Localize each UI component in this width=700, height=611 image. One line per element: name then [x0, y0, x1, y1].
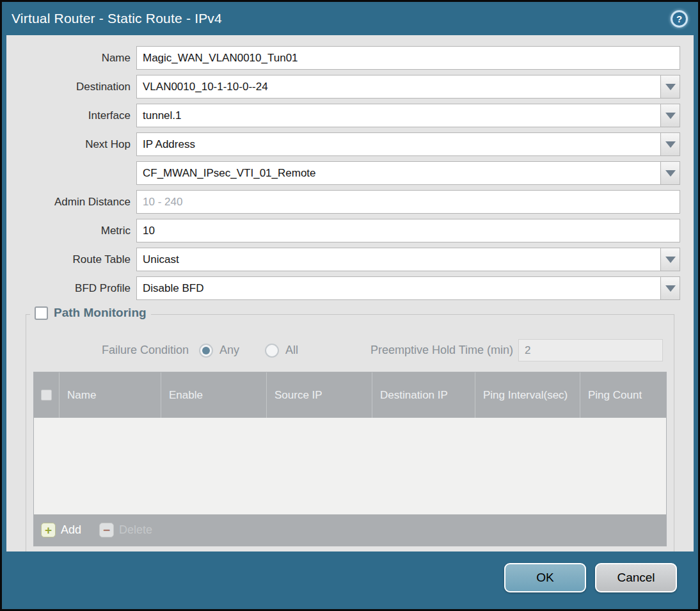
delete-button[interactable]: − Delete	[99, 523, 152, 537]
column-header-ping-interval[interactable]: Ping Interval(sec)	[475, 372, 580, 418]
add-button[interactable]: + Add	[41, 523, 81, 537]
name-input[interactable]	[136, 46, 680, 70]
table-toolbar: + Add − Delete	[34, 514, 666, 546]
form-row-destination: Destination	[6, 75, 680, 99]
failure-condition-any-radio[interactable]	[199, 344, 213, 358]
form-row-interface: Interface	[6, 104, 680, 127]
table-header-row: Name Enable Source IP Destination IP Pin…	[34, 372, 666, 418]
form-row-route-table: Route Table	[6, 248, 680, 271]
help-icon[interactable]: ?	[671, 10, 688, 28]
bfd-profile-dropdown-trigger[interactable]	[660, 276, 680, 300]
minus-icon: −	[99, 523, 114, 537]
dialog-footer: OK Cancel	[2, 551, 698, 609]
path-monitoring-section: Path Monitoring Failure Condition Any Al…	[26, 314, 674, 551]
table-header-select	[34, 372, 60, 418]
select-all-checkbox[interactable]	[41, 390, 52, 401]
chevron-down-icon	[665, 84, 676, 90]
next-hop-dropdown-trigger[interactable]	[660, 132, 680, 156]
route-table-dropdown-trigger[interactable]	[660, 248, 680, 271]
static-route-dialog: Virtual Router - Static Route - IPv4 ? N…	[0, 0, 700, 611]
failure-condition-any-label: Any	[219, 344, 239, 357]
table-body-empty	[34, 418, 666, 514]
column-header-name[interactable]: Name	[60, 372, 161, 418]
form-row-metric: Metric	[6, 219, 680, 242]
destination-dropdown-trigger[interactable]	[660, 75, 680, 99]
interface-dropdown-trigger[interactable]	[660, 104, 680, 127]
dialog-titlebar: Virtual Router - Static Route - IPv4 ?	[2, 2, 698, 35]
form-row-next-hop: Next Hop	[6, 132, 680, 156]
failure-condition-all-radio[interactable]	[265, 344, 279, 358]
chevron-down-icon	[665, 257, 676, 263]
next-hop-address-input[interactable]	[136, 161, 661, 185]
next-hop-type-input[interactable]	[136, 132, 661, 156]
column-header-ping-count[interactable]: Ping Count	[580, 372, 666, 418]
admin-distance-input[interactable]	[136, 190, 680, 214]
failure-condition-label: Failure Condition	[33, 344, 196, 357]
chevron-down-icon	[665, 141, 676, 148]
delete-button-label: Delete	[119, 523, 152, 537]
chevron-down-icon	[665, 285, 676, 292]
preemptive-hold-time-input[interactable]	[518, 339, 663, 361]
metric-label: Metric	[6, 225, 136, 237]
form-row-bfd-profile: BFD Profile	[6, 276, 680, 300]
path-monitoring-title: Path Monitoring	[54, 306, 147, 320]
plus-icon: +	[41, 523, 56, 537]
path-monitoring-legend: Path Monitoring	[30, 306, 151, 320]
failure-condition-row: Failure Condition Any All Preemptive Hol…	[33, 339, 663, 361]
ok-button[interactable]: OK	[504, 563, 586, 592]
dialog-body: Name Destination Interface	[6, 35, 694, 551]
column-header-source-ip[interactable]: Source IP	[267, 372, 372, 418]
failure-condition-all-label: All	[285, 344, 298, 357]
path-monitoring-table: Name Enable Source IP Destination IP Pin…	[33, 372, 667, 546]
name-label: Name	[6, 52, 136, 65]
column-header-enable[interactable]: Enable	[161, 372, 267, 418]
path-monitoring-checkbox[interactable]	[35, 306, 48, 320]
interface-input[interactable]	[136, 104, 661, 127]
admin-distance-label: Admin Distance	[6, 196, 136, 209]
bfd-profile-input[interactable]	[136, 276, 661, 300]
next-hop-address-dropdown-trigger[interactable]	[660, 161, 680, 185]
metric-input[interactable]	[136, 219, 680, 242]
chevron-down-icon	[665, 113, 676, 119]
route-table-input[interactable]	[136, 248, 661, 271]
preemptive-hold-time-label: Preemptive Hold Time (min)	[370, 344, 518, 357]
interface-label: Interface	[6, 109, 136, 122]
destination-label: Destination	[6, 81, 136, 93]
add-button-label: Add	[61, 523, 81, 537]
form-row-next-hop-value	[6, 161, 680, 185]
bfd-profile-label: BFD Profile	[6, 282, 136, 295]
column-header-destination-ip[interactable]: Destination IP	[372, 372, 475, 418]
cancel-button[interactable]: Cancel	[595, 563, 677, 592]
form-row-admin-distance: Admin Distance	[6, 190, 680, 214]
next-hop-label: Next Hop	[6, 138, 136, 151]
dialog-title: Virtual Router - Static Route - IPv4	[12, 11, 222, 26]
form-row-name: Name	[6, 46, 680, 70]
chevron-down-icon	[665, 170, 676, 177]
route-table-label: Route Table	[6, 253, 136, 266]
destination-input[interactable]	[136, 75, 661, 99]
